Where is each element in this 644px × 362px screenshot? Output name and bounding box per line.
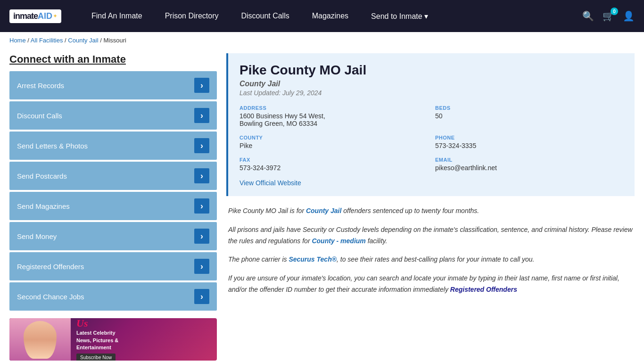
sidebar-item-label: Registered Offenders — [17, 263, 84, 271]
breadcrumb-state: Missouri — [103, 37, 126, 44]
sidebar-item-label: Arrest Records — [17, 82, 64, 90]
ad-tagline: Latest CelebrityNews, Pictures &Entertai… — [76, 329, 118, 351]
nav-links: Find An Inmate Prison Directory Discount… — [80, 0, 582, 32]
sidebar-item-send-postcards[interactable]: Send Postcards › — [9, 162, 217, 190]
detail-email: EMAIL pikeso@earthlink.net — [435, 157, 623, 172]
ad-content: Us Latest CelebrityNews, Pictures &Enter… — [71, 318, 124, 361]
sidebar-item-label: Send Money — [17, 232, 57, 240]
arrow-icon: › — [194, 168, 209, 183]
registered-offenders-highlight[interactable]: Registered Offenders — [450, 286, 517, 293]
nav-prison-directory[interactable]: Prison Directory — [154, 0, 230, 32]
breadcrumb: Home / All Facilities / County Jail / Mi… — [0, 32, 644, 49]
beds-value: 50 — [435, 112, 623, 120]
sidebar-item-label: Send Magazines — [17, 202, 70, 210]
logo[interactable]: inmateAID✦ — [9, 9, 61, 23]
fax-label: FAX — [239, 157, 428, 163]
sidebar-item-arrest-records[interactable]: Arrest Records › — [9, 71, 217, 99]
detail-beds: BEDS 50 — [435, 105, 623, 127]
navbar: inmateAID✦ Find An Inmate Prison Directo… — [0, 0, 644, 32]
phone-label: PHONE — [435, 135, 623, 140]
detail-fax: FAX 573-324-3972 — [239, 157, 428, 172]
facility-card: Pike County MO Jail County Jail Last Upd… — [226, 53, 635, 196]
sidebar-item-discount-calls[interactable]: Discount Calls › — [9, 101, 217, 130]
logo-aid: AID — [38, 11, 52, 21]
email-value: pikeso@earthlink.net — [435, 164, 623, 172]
sidebar-item-label: Send Letters & Photos — [17, 142, 88, 150]
desc-paragraph-3: The phone carrier is Securus Tech®, to s… — [228, 254, 633, 265]
user-icon[interactable]: 👤 — [623, 10, 635, 22]
sidebar-item-send-money[interactable]: Send Money › — [9, 222, 217, 250]
logo-text: inmate — [13, 11, 38, 21]
sidebar-menu: Arrest Records › Discount Calls › Send L… — [9, 71, 217, 311]
sidebar-item-second-chance-jobs[interactable]: Second Chance Jobs › — [9, 282, 217, 311]
sidebar-item-label: Second Chance Jobs — [17, 293, 84, 301]
nav-send-to-inmate[interactable]: Send to Inmate ▾ — [360, 0, 439, 32]
arrow-icon: › — [194, 289, 209, 304]
detail-county: COUNTY Pike — [239, 135, 428, 149]
nav-magazines[interactable]: Magazines — [301, 0, 360, 32]
arrow-icon: › — [194, 138, 209, 153]
sidebar: Connect with an Inmate Arrest Records › … — [9, 53, 217, 361]
address-label: ADDRESS — [239, 105, 428, 111]
sidebar-item-registered-offenders[interactable]: Registered Offenders › — [9, 252, 217, 280]
arrow-icon: › — [194, 259, 209, 274]
search-icon[interactable]: 🔍 — [582, 10, 594, 22]
sidebar-item-send-magazines[interactable]: Send Magazines › — [9, 192, 217, 220]
sidebar-title: Connect with an Inmate — [9, 53, 217, 66]
facility-details: ADDRESS 1600 Business Hwy 54 West,Bowlin… — [239, 105, 623, 172]
ad-image — [9, 318, 71, 361]
county-jail-highlight: County Jail — [306, 207, 341, 214]
breadcrumb-home[interactable]: Home — [9, 37, 26, 44]
breadcrumb-county-jail[interactable]: County Jail — [68, 37, 98, 44]
email-label: EMAIL — [435, 157, 623, 163]
sidebar-item-label: Send Postcards — [17, 172, 67, 180]
ad-person-image — [24, 321, 57, 359]
nav-discount-calls[interactable]: Discount Calls — [230, 0, 300, 32]
ad-banner[interactable]: Us Latest CelebrityNews, Pictures &Enter… — [9, 318, 217, 361]
nav-right: 🔍 🛒 0 👤 — [582, 10, 635, 22]
main-container: Connect with an Inmate Arrest Records › … — [0, 49, 644, 362]
facility-name: Pike County MO Jail — [239, 63, 623, 78]
description-section: Pike County MO Jail is for County Jail o… — [226, 206, 635, 296]
cart-icon[interactable]: 🛒 0 — [603, 10, 614, 22]
arrow-icon: › — [194, 229, 209, 244]
detail-phone: PHONE 573-324-3335 — [435, 135, 623, 149]
detail-address: ADDRESS 1600 Business Hwy 54 West,Bowlin… — [239, 105, 428, 127]
phone-value: 573-324-3335 — [435, 142, 623, 149]
county-medium-highlight: County - medium — [312, 237, 365, 245]
breadcrumb-all-facilities[interactable]: All Facilities — [31, 37, 63, 44]
sidebar-item-label: Discount Calls — [17, 112, 62, 120]
logo-star: ✦ — [53, 13, 58, 19]
desc-paragraph-4: If you are unsure of your inmate's locat… — [228, 273, 633, 296]
nav-find-inmate[interactable]: Find An Inmate — [80, 0, 154, 32]
facility-updated: Last Updated: July 29, 2024 — [239, 89, 623, 97]
sidebar-item-send-letters[interactable]: Send Letters & Photos › — [9, 132, 217, 160]
desc-paragraph-2: All prisons and jails have Security or C… — [228, 224, 633, 247]
official-website-link[interactable]: View Official Website — [239, 179, 301, 187]
arrow-icon: › — [194, 108, 209, 123]
fax-value: 573-324-3972 — [239, 164, 428, 172]
main-content: Pike County MO Jail County Jail Last Upd… — [226, 53, 635, 361]
cart-badge: 0 — [611, 8, 618, 15]
ad-subscribe-button[interactable]: Subscribe Now — [76, 354, 116, 361]
ad-brand: Us — [76, 318, 118, 329]
desc-paragraph-1: Pike County MO Jail is for County Jail o… — [228, 206, 633, 217]
securus-highlight: Securus Tech® — [289, 255, 337, 263]
arrow-icon: › — [194, 78, 209, 93]
address-value: 1600 Business Hwy 54 West,Bowling Green,… — [239, 112, 428, 127]
facility-type: County Jail — [239, 80, 623, 88]
county-value: Pike — [239, 142, 428, 149]
beds-label: BEDS — [435, 105, 623, 111]
arrow-icon: › — [194, 198, 209, 214]
county-label: COUNTY — [239, 135, 428, 140]
